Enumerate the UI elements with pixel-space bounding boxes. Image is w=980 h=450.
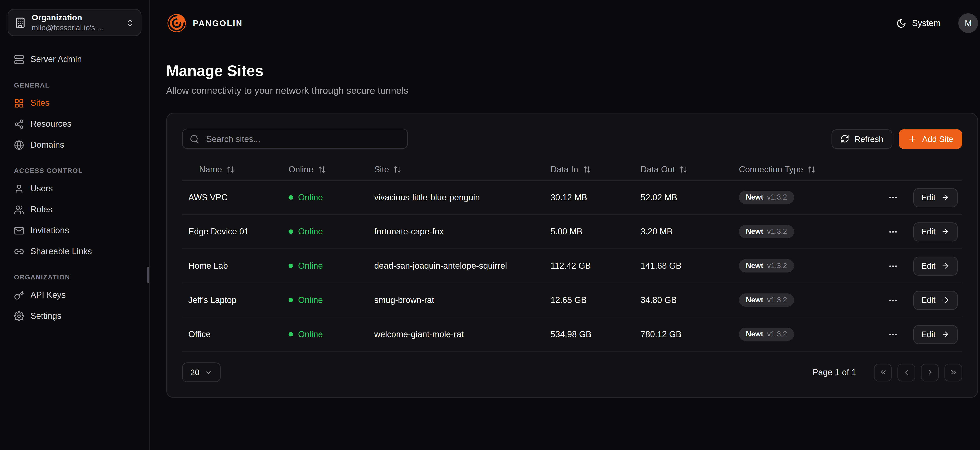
row-actions-menu-button[interactable] — [885, 292, 900, 307]
data-in-cell: 30.12 MB — [544, 193, 634, 202]
page-title: Manage Sites — [166, 62, 978, 80]
refresh-button[interactable]: Refresh — [832, 129, 892, 149]
connection-type-badge: Newt v1.3.2 — [739, 293, 794, 307]
org-selector-title: Organization — [32, 13, 120, 24]
row-actions-cell: Edit — [878, 222, 962, 241]
card-toolbar: Refresh Add Site — [182, 129, 962, 149]
edit-site-button[interactable]: Edit — [913, 188, 958, 207]
row-actions-menu-button[interactable] — [885, 258, 900, 274]
building-icon — [14, 17, 26, 28]
users-icon — [14, 204, 24, 215]
status-badge: Online — [288, 330, 368, 339]
last-page-button[interactable] — [944, 363, 962, 381]
content: Manage Sites Allow connectivity to your … — [150, 62, 980, 398]
sidebar-item-label: Server Admin — [30, 54, 82, 64]
first-page-button[interactable] — [874, 363, 892, 381]
sidebar-item-label: Settings — [30, 311, 61, 321]
sort-icon — [679, 165, 687, 174]
online-dot-icon — [288, 229, 293, 234]
add-site-button[interactable]: Add Site — [899, 129, 962, 149]
row-actions-menu-button[interactable] — [885, 190, 900, 205]
sidebar-item-roles[interactable]: Roles — [8, 199, 142, 220]
moon-icon — [896, 18, 906, 28]
sidebar-item-users[interactable]: Users — [8, 178, 142, 199]
page-subtitle: Allow connectivity to your network throu… — [166, 85, 978, 96]
row-actions-menu-button[interactable] — [885, 224, 900, 239]
column-label: Online — [288, 165, 313, 174]
page-size-value: 20 — [190, 368, 199, 377]
sidebar-item-resources[interactable]: Resources — [8, 113, 142, 134]
org-selector[interactable]: Organization milo@fossorial.io's ... — [8, 9, 142, 36]
gear-icon — [14, 311, 24, 321]
sidebar-item-settings[interactable]: Settings — [8, 306, 142, 326]
arrow-right-icon — [941, 330, 950, 338]
search-box — [182, 129, 408, 149]
user-icon — [14, 184, 24, 194]
sidebar: Organization milo@fossorial.io's ... Ser… — [0, 0, 150, 450]
edit-site-button[interactable]: Edit — [913, 291, 958, 310]
previous-page-button[interactable] — [897, 363, 915, 381]
status-badge: Online — [288, 261, 368, 271]
column-label: Name — [199, 165, 222, 174]
chevrons-right-icon — [949, 368, 958, 376]
column-header-online[interactable]: Online — [282, 165, 368, 174]
page-size-select[interactable]: 20 — [182, 363, 221, 382]
sidebar-item-domains[interactable]: Domains — [8, 134, 142, 155]
search-input[interactable] — [205, 133, 400, 144]
edit-label: Edit — [921, 330, 936, 339]
sidebar-item-label: Invitations — [30, 226, 69, 235]
table-row: Edge Device 01 Online fortunate-cape-fox… — [182, 215, 962, 249]
sidebar-item-invitations[interactable]: Invitations — [8, 220, 142, 241]
column-header-data-out[interactable]: Data Out — [634, 165, 733, 174]
link-icon — [14, 246, 24, 256]
resources-nodes-icon — [14, 119, 24, 129]
data-out-cell: 141.68 GB — [634, 261, 733, 271]
chevrons-left-icon — [879, 368, 887, 376]
sort-icon — [582, 165, 591, 174]
avatar-initial: M — [965, 18, 972, 28]
row-actions-menu-button[interactable] — [885, 326, 900, 342]
column-header-name[interactable]: Name — [182, 165, 282, 174]
chevron-right-icon — [926, 368, 934, 376]
edit-site-button[interactable]: Edit — [913, 256, 958, 275]
pangolin-logo-icon — [166, 13, 187, 34]
sidebar-item-label: Users — [30, 184, 53, 193]
connection-type-cell: Newt v1.3.2 — [733, 190, 878, 204]
sidebar-item-sites[interactable]: Sites — [8, 92, 142, 113]
chevrons-up-down-icon — [126, 18, 134, 27]
ellipsis-icon — [888, 192, 898, 203]
next-page-button[interactable] — [921, 363, 939, 381]
user-avatar[interactable]: M — [958, 13, 978, 33]
sidebar-item-server-admin[interactable]: Server Admin — [8, 49, 142, 70]
main-area: PANGOLIN System M Manage Sites Allow con… — [150, 0, 980, 450]
refresh-label: Refresh — [854, 134, 883, 144]
online-dot-icon — [288, 332, 293, 337]
edit-label: Edit — [921, 227, 936, 236]
arrow-right-icon — [941, 193, 950, 201]
column-header-connection-type[interactable]: Connection Type — [733, 165, 878, 174]
connection-type-cell: Newt v1.3.2 — [733, 225, 878, 239]
column-header-data-in[interactable]: Data In — [544, 165, 634, 174]
column-header-site[interactable]: Site — [368, 165, 544, 174]
ellipsis-icon — [888, 261, 898, 271]
arrow-right-icon — [941, 261, 950, 270]
row-actions-cell: Edit — [878, 325, 962, 344]
edit-site-button[interactable]: Edit — [913, 222, 958, 241]
app-window: Organization milo@fossorial.io's ... Ser… — [0, 0, 980, 450]
edit-site-button[interactable]: Edit — [913, 325, 958, 344]
theme-toggle-button[interactable]: System — [892, 17, 944, 29]
brand: PANGOLIN — [166, 13, 243, 34]
sidebar-item-api-keys[interactable]: API Keys — [8, 285, 142, 306]
org-selector-subtitle: milo@fossorial.io's ... — [32, 24, 120, 32]
pager: Page 1 of 1 — [813, 363, 962, 381]
theme-toggle-label: System — [912, 18, 940, 28]
sidebar-scrollbar-thumb[interactable] — [147, 267, 149, 283]
connection-type-version: v1.3.2 — [767, 261, 787, 270]
ellipsis-icon — [888, 227, 898, 237]
sidebar-item-shareable-links[interactable]: Shareable Links — [8, 241, 142, 262]
refresh-icon — [841, 134, 850, 143]
connection-type-version: v1.3.2 — [767, 296, 787, 304]
connection-type-name: Newt — [746, 296, 764, 304]
topbar: PANGOLIN System M — [150, 0, 980, 46]
site-tunnel-name-cell: smug-brown-rat — [368, 295, 544, 305]
